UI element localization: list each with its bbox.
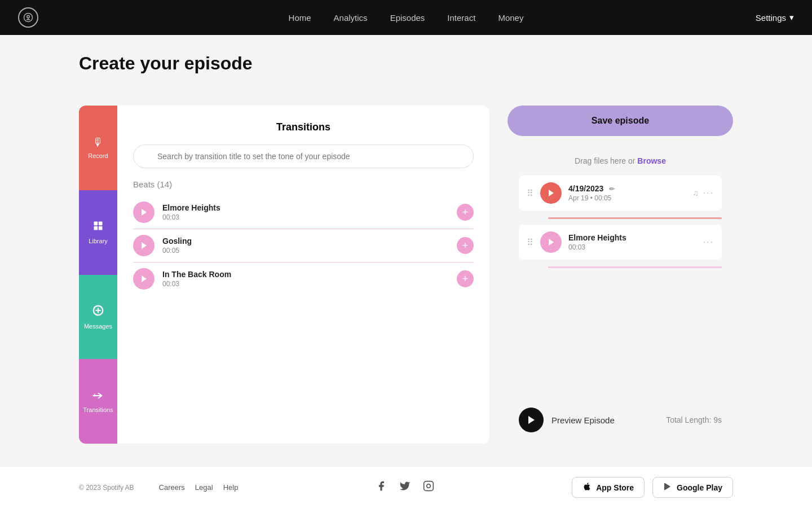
beats-header: Beats (14) [133,179,474,189]
svg-point-1 [27,15,30,18]
preview-play-button[interactable] [519,408,544,432]
svg-marker-17 [549,239,554,246]
track-add-button-3[interactable]: + [457,270,474,287]
sidebar-item-library[interactable]: Library [79,190,117,275]
total-length: Total Length: 9s [666,415,722,424]
svg-marker-16 [549,190,554,196]
svg-rect-5 [99,226,103,230]
google-play-button[interactable]: Google Play [652,477,733,498]
brand-logo [18,7,38,28]
apple-icon [582,482,592,493]
footer-careers[interactable]: Careers [159,483,185,492]
messages-icon [92,304,104,319]
track-duration-3: 00:03 [162,280,449,288]
track-item: Gosling 00:05 + [133,229,474,262]
svg-rect-4 [94,226,98,230]
footer-legal[interactable]: Legal [195,483,213,492]
ep-track-meta-1: Apr 19 • 00:05 [568,194,686,202]
footer: © 2023 Spotify AB Careers Legal Help App… [0,466,812,508]
transitions-panel: Transitions Beats (14) E [117,106,489,444]
track-separator-2 [548,266,722,268]
sidebar-item-record[interactable]: 🎙 Record [79,106,117,190]
svg-marker-18 [528,416,535,424]
track-item: In The Back Room 00:03 + [133,262,474,295]
ep-track-title-1: 4/19/2023 ✏ [568,184,686,193]
ep-play-button-1[interactable] [540,182,562,204]
track-name-2: Gosling [162,237,449,246]
sidebar-item-messages[interactable]: Messages [79,275,117,360]
transitions-icon [92,390,104,403]
svg-rect-2 [94,222,98,226]
edit-icon-1[interactable]: ✏ [609,185,615,193]
facebook-icon[interactable] [376,480,387,494]
svg-marker-15 [142,275,147,282]
track-play-button-2[interactable] [133,235,155,256]
track-name-3: In The Back Room [162,270,449,279]
episode-track-1: ⠿ 4/19/2023 ✏ Apr 19 • 00:05 ♫ ··· [519,176,722,211]
footer-apps: App Store Google Play [572,477,733,498]
sidebar-item-transitions[interactable]: Transitions [79,359,117,444]
music-icon-1: ♫ [692,189,699,198]
main-content: 🎙 Record Library Messages [0,83,812,466]
svg-marker-13 [142,209,147,216]
track-name-1: Elmore Heights [162,203,449,212]
nav-money[interactable]: Money [498,13,523,23]
ep-track-meta-2: 00:03 [568,243,696,251]
track-duration-1: 00:03 [162,213,449,221]
instagram-icon[interactable] [423,480,434,494]
ep-play-button-2[interactable] [540,231,562,253]
copyright: © 2023 Spotify AB [79,484,134,492]
track-separator-1 [548,217,722,219]
drag-handle-2[interactable]: ⠿ [527,237,533,248]
sidebar: 🎙 Record Library Messages [79,106,117,444]
navbar: Home Analytics Episodes Interact Money S… [0,0,812,35]
nav-episodes[interactable]: Episodes [390,13,425,23]
footer-left: © 2023 Spotify AB Careers Legal Help [79,483,238,492]
footer-social [238,480,572,494]
svg-rect-19 [424,481,434,491]
track-duration-2: 00:05 [162,247,449,255]
search-wrapper [133,144,474,168]
more-options-1[interactable]: ··· [703,188,714,198]
google-play-icon [663,482,672,493]
twitter-icon[interactable] [399,480,411,494]
save-episode-button[interactable]: Save episode [508,106,733,136]
preview-label: Preview Episode [551,415,615,425]
track-play-button-3[interactable] [133,268,155,290]
library-icon [92,220,104,234]
ep-track-title-2: Elmore Heights [568,233,696,242]
footer-links: Careers Legal Help [159,483,239,492]
track-add-button-2[interactable]: + [457,237,474,254]
app-store-button[interactable]: App Store [572,477,645,498]
nav-analytics[interactable]: Analytics [334,13,368,23]
episode-track-2: ⠿ Elmore Heights 00:03 ··· [519,225,722,260]
footer-help[interactable]: Help [223,483,239,492]
preview-bar: Preview Episode Total Length: 9s [519,402,722,432]
chevron-down-icon: ▾ [789,12,794,23]
settings-menu[interactable]: Settings ▾ [756,12,794,23]
track-add-button-1[interactable]: + [457,204,474,221]
drag-area: Drag files here or Browse [519,156,722,165]
episode-panel: Drag files here or Browse ⠿ 4/19/2023 ✏ … [508,145,733,444]
svg-marker-14 [142,242,147,249]
browse-link[interactable]: Browse [637,156,666,165]
nav-interact[interactable]: Interact [447,13,475,23]
nav-home[interactable]: Home [289,13,311,23]
track-item: Elmore Heights 00:03 + [133,196,474,229]
left-panel: 🎙 Record Library Messages [79,106,489,444]
page-title: Create your episode [79,53,733,74]
right-panel: Save episode Drag files here or Browse ⠿… [508,106,733,444]
search-input[interactable] [133,144,474,168]
track-play-button-1[interactable] [133,202,155,223]
more-options-2[interactable]: ··· [703,237,714,247]
transitions-panel-title: Transitions [133,121,474,133]
nav-links: Home Analytics Episodes Interact Money [289,13,524,23]
microphone-icon: 🎙 [92,136,104,149]
svg-rect-3 [99,222,103,226]
drag-handle-1[interactable]: ⠿ [527,188,533,199]
